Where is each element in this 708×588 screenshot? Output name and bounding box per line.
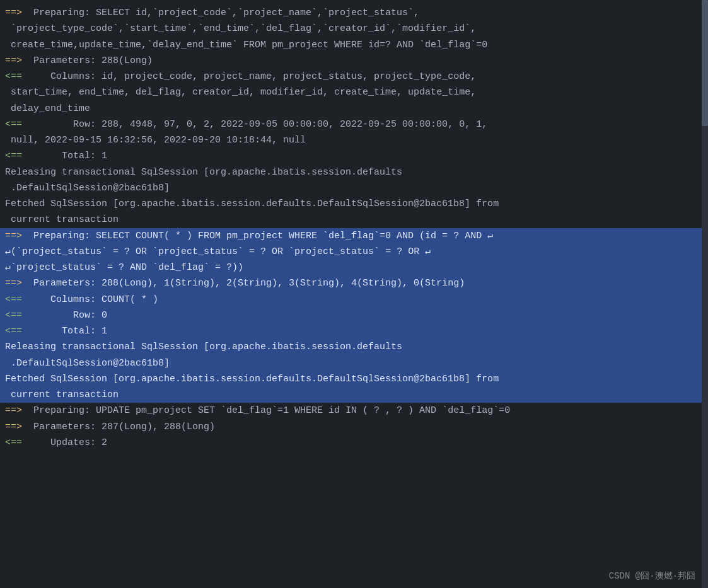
terminal-line: ==> Parameters: 288(Long), 1(String), 2(… (0, 275, 702, 291)
terminal-line: <== Columns: id, project_code, project_n… (0, 69, 702, 84)
scrollbar-thumb[interactable] (702, 0, 708, 126)
terminal-line: <== Columns: COUNT( * ) (0, 292, 702, 308)
terminal-line: ==> Preparing: UPDATE pm_project SET `de… (0, 403, 702, 418)
terminal-window: ==> Preparing: SELECT id,`project_code`,… (0, 0, 708, 588)
terminal-line: ==> Parameters: 288(Long) (0, 53, 702, 69)
terminal-line: ↵(`project_status` = ? OR `project_statu… (0, 244, 702, 260)
terminal-line: `project_type_code`,`start_time`,`end_ti… (0, 21, 702, 37)
terminal-line: <== Total: 1 (0, 148, 702, 164)
terminal-line: ==> Preparing: SELECT COUNT( * ) FROM pm… (0, 228, 702, 244)
terminal-line: ↵`project_status` = ? AND `del_flag` = ?… (0, 260, 702, 275)
terminal-line: <== Row: 0 (0, 308, 702, 323)
terminal-line: start_time, end_time, del_flag, creator_… (0, 84, 702, 100)
terminal-line: <== Row: 288, 4948, 97, 0, 2, 2022-09-05… (0, 117, 702, 132)
terminal-line: <== Updates: 2 (0, 435, 702, 451)
terminal-line: .DefaultSqlSession@2bac61b8] (0, 355, 702, 371)
terminal-line: Releasing transactional SqlSession [org.… (0, 339, 702, 355)
terminal-line: null, 2022-09-15 16:32:56, 2022-09-20 10… (0, 132, 702, 148)
terminal-line: Releasing transactional SqlSession [org.… (0, 164, 702, 180)
terminal-line: Fetched SqlSession [org.apache.ibatis.se… (0, 371, 702, 387)
terminal-content: ==> Preparing: SELECT id,`project_code`,… (0, 5, 702, 451)
terminal-line: current transaction (0, 212, 702, 228)
terminal-line: <== Total: 1 (0, 323, 702, 339)
scrollbar[interactable] (702, 0, 708, 588)
terminal-line: .DefaultSqlSession@2bac61b8] (0, 180, 702, 196)
terminal-line: create_time,update_time,`delay_end_time`… (0, 37, 702, 53)
terminal-line: current transaction (0, 387, 702, 403)
terminal-line: Fetched SqlSession [org.apache.ibatis.se… (0, 196, 702, 212)
terminal-line: delay_end_time (0, 101, 702, 117)
watermark: CSDN @囧·澳燃·邦囧 (609, 570, 695, 582)
terminal-line: ==> Parameters: 287(Long), 288(Long) (0, 419, 702, 435)
terminal-line: ==> Preparing: SELECT id,`project_code`,… (0, 5, 702, 21)
